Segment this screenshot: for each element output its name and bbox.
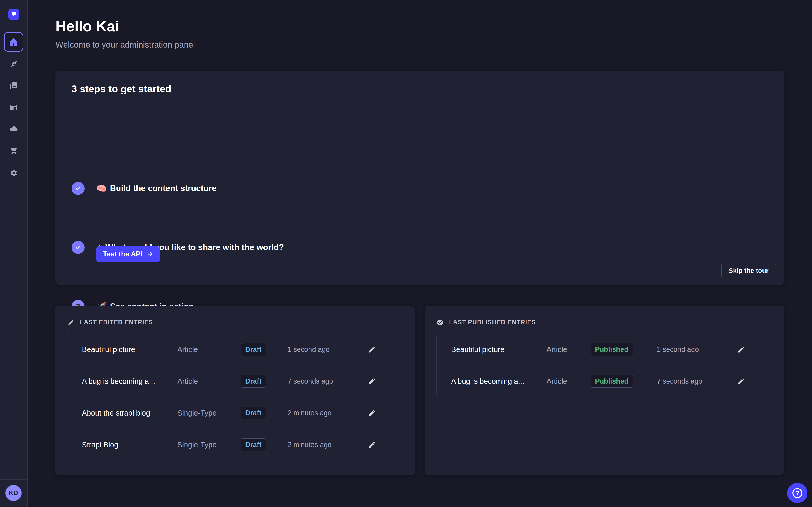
table-row: A bug is becoming a... Article Published… xyxy=(437,365,772,397)
cart-icon xyxy=(10,147,18,155)
media-library-icon xyxy=(10,82,18,90)
layout-icon xyxy=(10,103,18,112)
step-1-check-circle xyxy=(71,182,85,195)
home-icon xyxy=(8,37,19,47)
entry-type: Single-Type xyxy=(177,409,216,417)
guided-tour-card: 3 steps to get started 🧠 Build the conte… xyxy=(55,71,784,285)
edit-entry-button[interactable] xyxy=(368,441,376,449)
status-badge: Draft xyxy=(241,439,266,451)
edit-entry-button[interactable] xyxy=(737,345,745,353)
page-title: Hello Kai xyxy=(55,17,119,35)
check-icon xyxy=(75,244,81,250)
status-badge: Draft xyxy=(241,407,266,419)
entry-time: 2 minutes ago xyxy=(288,409,332,417)
entry-title: Strapi Blog xyxy=(82,441,118,449)
help-button[interactable]: ? xyxy=(787,483,808,503)
entry-type: Article xyxy=(547,345,567,354)
entries-table: Beautiful picture Article Published 1 se… xyxy=(437,333,772,397)
entry-title: Beautiful picture xyxy=(451,345,505,354)
sidebar-item-content-type-builder[interactable] xyxy=(10,103,18,112)
guided-tour-title: 3 steps to get started xyxy=(71,83,171,95)
entry-title: About the strapi blog xyxy=(82,409,150,417)
entry-time: 1 second ago xyxy=(288,345,329,353)
test-the-api-button[interactable]: Test the API xyxy=(96,246,160,262)
skip-the-tour-button[interactable]: Skip the tour xyxy=(721,263,776,278)
step-connector xyxy=(78,198,79,238)
sidebar-item-deploy[interactable] xyxy=(10,125,18,133)
sidebar-item-marketplace[interactable] xyxy=(10,147,18,155)
strapi-logo-icon[interactable] xyxy=(8,9,19,20)
gear-icon xyxy=(10,169,18,177)
sidebar-item-content-manager[interactable] xyxy=(10,60,18,68)
entry-time: 7 seconds ago xyxy=(657,377,702,385)
brain-emoji-icon: 🧠 xyxy=(96,184,107,193)
entry-type: Article xyxy=(177,345,198,354)
page-subtitle: Welcome to your administration panel xyxy=(55,40,195,50)
table-row: Strapi Blog Single-Type Draft 2 minutes … xyxy=(67,429,403,461)
sidebar-divider-bottom xyxy=(0,479,28,480)
sidebar-item-settings[interactable] xyxy=(10,169,18,177)
cloud-icon xyxy=(10,125,18,133)
question-mark-icon: ? xyxy=(793,488,802,498)
arrow-right-icon xyxy=(147,251,153,258)
user-avatar[interactable]: KD xyxy=(5,485,22,501)
table-row: Beautiful picture Article Draft 1 second… xyxy=(67,334,403,365)
sidebar: KD xyxy=(0,0,28,507)
entry-title: A bug is becoming a... xyxy=(451,377,524,386)
step-1-label[interactable]: 🧠 Build the content structure xyxy=(96,182,216,195)
entry-type: Single-Type xyxy=(177,441,216,449)
panel-title: LAST PUBLISHED ENTRIES xyxy=(449,319,536,326)
edit-entry-button[interactable] xyxy=(368,345,376,353)
table-row: About the strapi blog Single-Type Draft … xyxy=(67,397,403,429)
step-2-check-circle xyxy=(71,241,85,254)
edit-entry-button[interactable] xyxy=(368,377,376,385)
last-edited-entries-panel: LAST EDITED ENTRIES Beautiful picture Ar… xyxy=(55,306,415,475)
sidebar-divider-top xyxy=(0,28,28,28)
check-circle-icon xyxy=(437,319,443,326)
avatar-initials: KD xyxy=(9,490,18,497)
panel-header: LAST EDITED ENTRIES xyxy=(68,319,153,326)
step-connector xyxy=(78,257,79,297)
strapi-admin-homepage: KD Hello Kai Welcome to your administrat… xyxy=(0,0,812,507)
entry-time: 7 seconds ago xyxy=(288,377,333,385)
edit-entry-button[interactable] xyxy=(737,377,745,385)
entry-title: A bug is becoming a... xyxy=(82,377,155,386)
status-badge: Published xyxy=(591,375,633,388)
status-badge: Published xyxy=(591,343,633,356)
feather-icon xyxy=(10,60,18,68)
entries-table: Beautiful picture Article Draft 1 second… xyxy=(67,333,403,461)
panel-title: LAST EDITED ENTRIES xyxy=(80,319,153,326)
table-row: Beautiful picture Article Published 1 se… xyxy=(437,334,772,365)
sidebar-item-media-library[interactable] xyxy=(10,82,18,90)
table-row: A bug is becoming a... Article Draft 7 s… xyxy=(67,365,403,397)
check-icon xyxy=(75,185,81,191)
panel-header: LAST PUBLISHED ENTRIES xyxy=(437,319,536,326)
entry-type: Article xyxy=(177,377,198,386)
edit-entry-button[interactable] xyxy=(368,409,376,417)
sidebar-item-home[interactable] xyxy=(4,32,23,52)
last-published-entries-panel: LAST PUBLISHED ENTRIES Beautiful picture… xyxy=(425,306,784,475)
entry-type: Article xyxy=(547,377,567,386)
entry-time: 2 minutes ago xyxy=(288,441,332,449)
entry-time: 1 second ago xyxy=(657,345,699,353)
status-badge: Draft xyxy=(241,375,266,388)
pencil-icon xyxy=(68,319,74,326)
status-badge: Draft xyxy=(241,343,266,356)
entry-title: Beautiful picture xyxy=(82,345,135,354)
